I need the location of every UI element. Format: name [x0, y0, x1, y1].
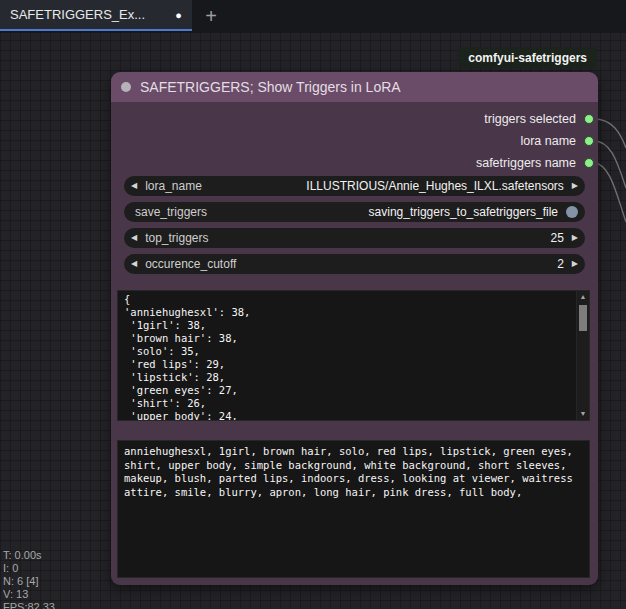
- stat-version: V: 13: [3, 588, 55, 601]
- number-increment-arrow-icon[interactable]: ▶: [572, 234, 578, 242]
- triggers-json-textarea[interactable]: { 'anniehughesxl': 38, '1girl': 38, 'bro…: [117, 290, 590, 421]
- stat-images: I: 0: [3, 562, 55, 575]
- safetriggers-node[interactable]: SAFETRIGGERS; Show Triggers in LoRA trig…: [111, 72, 598, 585]
- workflow-tab-safetriggers[interactable]: SAFETRIGGERS_Ex... ●: [0, 0, 192, 31]
- node-body: triggers selected lora name safetriggers…: [111, 102, 598, 585]
- number-decrement-arrow-icon[interactable]: ◀: [131, 234, 137, 242]
- widget-occurence-cutoff[interactable]: ◀ occurence_cutoff 2 ▶: [124, 254, 585, 274]
- workflow-tab-bar: SAFETRIGGERS_Ex... ● +: [0, 0, 626, 33]
- combo-right-arrow-icon[interactable]: ▶: [572, 182, 578, 190]
- workflow-tab-title: SAFETRIGGERS_Ex...: [10, 7, 145, 22]
- node-editor-canvas[interactable]: SAFETRIGGERS_Ex... ● + comfyui-safetrigg…: [0, 0, 626, 609]
- number-decrement-arrow-icon[interactable]: ◀: [131, 260, 137, 268]
- stat-nodes: N: 6 [4]: [3, 575, 55, 588]
- collapse-dot[interactable]: [121, 82, 131, 92]
- output-label: lora name: [520, 134, 576, 148]
- node-source-badge: comfyui-safetriggers: [458, 47, 597, 68]
- widget-name-occurence-cutoff: occurence_cutoff: [145, 257, 236, 271]
- widget-name-save-triggers: save_triggers: [135, 205, 207, 219]
- output-label: triggers selected: [484, 112, 576, 126]
- unsaved-changes-dot-icon: ●: [167, 9, 182, 21]
- output-row-triggers-selected: triggers selected: [484, 108, 598, 130]
- output-row-lora-name: lora name: [520, 130, 598, 152]
- widget-value-lora-name: ILLUSTRIOUS/Annie_Hughes_ILXL.safetensor…: [306, 179, 563, 193]
- output-port-triggers-selected[interactable]: [584, 114, 594, 124]
- number-increment-arrow-icon[interactable]: ▶: [572, 260, 578, 268]
- stat-fps: FPS:82.33: [3, 601, 55, 609]
- widget-value-occurence-cutoff: 2: [557, 257, 564, 271]
- node-header[interactable]: SAFETRIGGERS; Show Triggers in LoRA: [111, 72, 598, 102]
- widget-top-triggers[interactable]: ◀ top_triggers 25 ▶: [124, 228, 585, 248]
- combo-left-arrow-icon[interactable]: ◀: [131, 182, 137, 190]
- node-title: SAFETRIGGERS; Show Triggers in LoRA: [140, 79, 401, 95]
- stat-time: T: 0.00s: [3, 549, 55, 562]
- output-label: safetriggers name: [476, 156, 576, 170]
- widget-save-triggers[interactable]: save_triggers saving_triggers_to_safetri…: [124, 202, 585, 222]
- widget-value-top-triggers: 25: [550, 231, 563, 245]
- widget-name-lora-name: lora_name: [145, 179, 202, 193]
- scroll-down-icon[interactable]: ▼: [580, 408, 587, 420]
- canvas-stats: T: 0.00s I: 0 N: 6 [4] V: 13 FPS:82.33: [3, 549, 55, 609]
- output-port-lora-name[interactable]: [584, 136, 594, 146]
- output-row-safetriggers-name: safetriggers name: [476, 152, 598, 174]
- scrollbar-thumb[interactable]: [579, 305, 587, 331]
- triggers-text-textarea[interactable]: anniehughesxl, 1girl, brown hair, solo, …: [117, 440, 590, 578]
- widget-value-save-triggers: saving_triggers_to_safetriggers_file: [369, 205, 558, 219]
- widget-name-top-triggers: top_triggers: [145, 231, 208, 245]
- output-port-safetriggers-name[interactable]: [584, 158, 594, 168]
- triggers-json-scrollbar[interactable]: ▲ ▼: [576, 290, 590, 421]
- new-workflow-button[interactable]: +: [196, 0, 226, 33]
- scroll-up-icon[interactable]: ▲: [580, 291, 587, 303]
- toggle-knob[interactable]: [566, 206, 578, 218]
- widget-lora-name[interactable]: ◀ lora_name ILLUSTRIOUS/Annie_Hughes_ILX…: [124, 176, 585, 196]
